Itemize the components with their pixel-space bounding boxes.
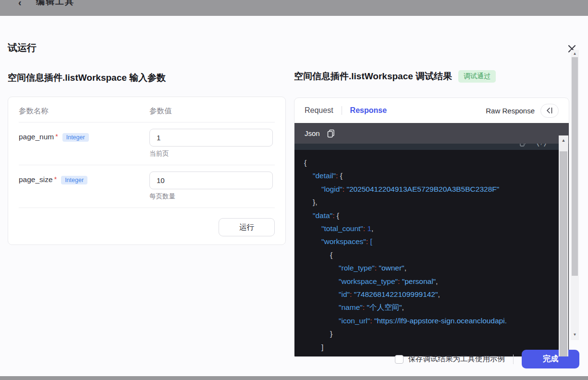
raw-response-label: Raw Response [486,107,535,115]
scrolled-header-fragment: Json ❬/❭ [294,144,569,150]
scroll-up-arrow-icon[interactable]: ▲ [559,138,568,143]
page-size-input[interactable] [149,172,273,189]
code-line: "data": { [304,209,569,222]
json-toolbar: Json [294,123,569,144]
collapse-panel-icon [546,107,553,114]
try-run-page: ‹ 编辑工具 试运行 空间信息插件.listWorkspace 输入参数 参数名… [0,0,588,380]
param-name: page_num [19,133,54,141]
table-row: page_size * Integer 每页数量 [19,165,275,208]
param-value-cell: 每页数量 [149,172,275,201]
param-description: 每页数量 [149,192,275,201]
code-line: { [304,248,569,261]
param-name-cell: page_size * Integer [19,172,149,201]
copy-icon [327,129,335,138]
copy-icon-fragment [520,144,526,147]
save-example-checkbox[interactable] [395,355,404,364]
status-badge: 调试通过 [458,70,496,83]
param-table-header: 参数名称 参数值 [19,97,275,123]
param-description: 当前页 [149,149,275,158]
code-scrollbar[interactable]: ▲ [559,135,568,357]
dimmed-background-header: ‹ 编辑工具 [0,0,588,16]
modal-scrollbar[interactable]: ▲ ▼ [571,50,579,340]
modal-scrollbar-thumb[interactable] [572,57,578,276]
code-icon-fragment: ❬/❭ [536,144,548,147]
done-button[interactable]: 完成 [522,350,579,368]
toolbar-icons-fragment: ❬/❭ [520,144,548,147]
table-row: page_num * Integer 当前页 [19,123,275,165]
try-run-modal: 试运行 空间信息插件.listWorkspace 输入参数 参数名称 参数值 p… [0,16,588,376]
save-example-label: 保存调试结果为工具使用示例 [408,354,505,364]
result-title-row: 空间信息插件.listWorkspace 调试结果 调试通过 [294,70,496,83]
modal-title: 试运行 [8,41,37,54]
json-code: {"detail": {"logid": "20250412204913AE57… [294,150,569,356]
tab-response[interactable]: Response [350,106,387,115]
json-format-label-fragment: Json [320,144,335,145]
tab-request[interactable]: Request [305,106,333,115]
param-value-cell: 当前页 [149,129,275,158]
background-bottom-strip [0,376,588,380]
code-line: }, [304,196,569,208]
code-line: "detail": { [304,169,569,182]
run-button[interactable]: 运行 [219,218,275,236]
back-chevron-icon[interactable]: ‹ [18,0,22,8]
footer-divider [513,355,514,364]
input-panel-title: 空间信息插件.listWorkspace 输入参数 [8,72,166,84]
code-line: { [304,156,569,169]
type-badge: Integer [61,176,87,184]
required-asterisk: * [55,133,58,140]
code-line: "total_count": 1, [304,222,569,235]
param-name-header: 参数名称 [19,106,149,116]
code-scrollbar-thumb[interactable] [560,151,567,357]
param-table: 参数名称 参数值 page_num * Integer 当前页 page_siz… [8,97,286,245]
code-line: "logid": "20250412204913AE5729B20A3B5BC2… [304,183,569,196]
code-line: "icon_url": "https://lf9-appstore-sign.o… [304,314,569,327]
required-asterisk: * [54,175,57,183]
code-line: "workspace_type": "personal", [304,275,569,288]
edit-tool-title: 编辑工具 [36,0,74,7]
json-format-label: Json [305,129,320,137]
param-name-cell: page_num * Integer [19,129,149,158]
result-card: Request Response Raw Response Json [294,98,569,357]
result-tab-bar: Request Response Raw Response [294,98,569,123]
type-badge: Integer [62,133,89,142]
raw-response-toggle-button[interactable] [540,104,559,118]
page-num-input[interactable] [149,129,273,147]
code-line: "workspaces": [ [304,235,569,248]
param-name: page_size [19,175,53,184]
modal-footer: 保存调试结果为工具使用示例 完成 [395,350,580,368]
scroll-up-arrow-icon[interactable]: ▲ [571,51,579,56]
code-line: "role_type": "owner", [304,261,569,274]
code-line: "id": "7482681422109999142", [304,288,569,301]
copy-button[interactable] [327,129,335,138]
code-line: } [304,327,569,340]
param-card-footer: 运行 [19,208,275,236]
result-panel-title: 空间信息插件.listWorkspace 调试结果 [294,70,452,83]
scroll-down-arrow-icon[interactable]: ▼ [571,332,579,337]
tab-divider [342,106,342,115]
param-value-header: 参数值 [149,106,275,116]
code-line: "name": "个人空间", [304,301,569,314]
